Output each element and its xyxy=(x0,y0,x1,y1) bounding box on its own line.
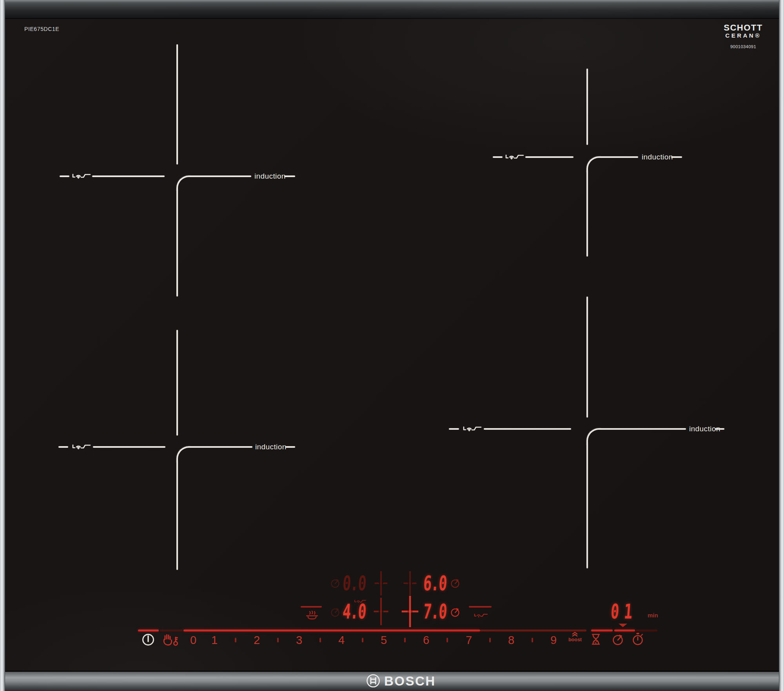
zone-marking-corner xyxy=(586,428,601,445)
zone-marking-line xyxy=(176,189,178,297)
zone-label: induction xyxy=(255,443,287,451)
slider-level-2[interactable]: 2 xyxy=(249,633,265,647)
slider-level-8[interactable]: 8 xyxy=(503,633,519,647)
zone-marking-line xyxy=(586,297,588,418)
zone-marking-line xyxy=(586,69,588,145)
hourglass-icon[interactable] xyxy=(591,633,601,645)
boost-chevrons-icon[interactable] xyxy=(572,631,578,637)
slider-level-6[interactable]: 6 xyxy=(418,633,434,647)
slider-level-5[interactable]: 5 xyxy=(376,633,392,647)
zone-marking-corner xyxy=(586,156,601,173)
slider-level-3[interactable]: 3 xyxy=(291,633,307,647)
zone-level-display: 4.0 xyxy=(342,601,366,622)
slider-level-9[interactable]: 9 xyxy=(546,633,561,647)
zone-marking-line xyxy=(525,156,573,158)
slider-tick[interactable] xyxy=(319,638,321,642)
zone-marking-line xyxy=(92,175,165,177)
slider-tick[interactable] xyxy=(446,638,448,642)
zone-marking-line xyxy=(715,428,724,430)
model-number: PIE675DC1E xyxy=(24,26,59,32)
control-bar-segment xyxy=(138,629,159,631)
bosch-logo-text: BOSCH xyxy=(384,675,436,688)
zone-marking-line xyxy=(284,175,295,177)
zone-level-display: 6.0 xyxy=(423,573,447,593)
zone-level-display: 0.0 xyxy=(342,573,366,593)
zone-select-cross[interactable] xyxy=(397,596,423,627)
pan-line xyxy=(469,606,492,608)
zone-marking-line xyxy=(176,461,178,570)
zone-label: induction xyxy=(642,153,673,161)
zone-level-display: 7.0 xyxy=(423,601,447,622)
zone-marking-line xyxy=(60,175,69,177)
slider-bar-inactive[interactable] xyxy=(480,629,586,631)
zone-marking-line xyxy=(285,446,295,448)
zone-marking-line xyxy=(484,428,571,430)
pan-detection-icon xyxy=(72,172,91,180)
down-triangle-icon xyxy=(619,624,627,627)
timer-clock-icon xyxy=(450,578,460,588)
zone-select-cross[interactable] xyxy=(369,571,393,595)
bosch-emblem-icon xyxy=(366,674,380,688)
timer-clock-icon xyxy=(330,578,340,588)
zone-marking-line xyxy=(188,175,251,177)
zone-marking-line xyxy=(449,428,459,430)
timer-clock-icon xyxy=(330,607,340,617)
zone-select-cross[interactable] xyxy=(369,598,393,625)
pan-detection-icon xyxy=(474,613,488,618)
control-bar-segment xyxy=(160,629,183,631)
left-frame-edge xyxy=(0,0,5,691)
timer-unit-label: min xyxy=(648,612,658,619)
pan-detection-icon xyxy=(462,425,483,432)
zone-label: induction xyxy=(254,172,286,181)
slider-level-7[interactable]: 7 xyxy=(461,633,477,647)
zone-marking-line xyxy=(176,44,178,165)
schott-logo-line1: SCHOTT xyxy=(716,24,771,32)
control-bar-segment xyxy=(614,629,635,631)
zone-marking-corner xyxy=(176,175,191,191)
zone-marking-corner xyxy=(176,446,191,463)
timer-display: 01 xyxy=(610,601,638,622)
slider-tick[interactable] xyxy=(489,638,491,642)
zone-marking-line xyxy=(599,156,638,158)
zone-marking-line xyxy=(58,446,68,448)
timer-clock-icon xyxy=(450,607,460,617)
slider-tick[interactable] xyxy=(235,638,236,642)
zone-marking-line xyxy=(599,428,686,430)
zone-marking-line xyxy=(176,330,178,436)
cooktop-surface: PIE675DC1E SCHOTT CERAN® 9001034091 indu… xyxy=(0,0,784,691)
right-frame-edge xyxy=(779,0,784,691)
zone-select-cross[interactable] xyxy=(398,571,422,595)
slider-tick[interactable] xyxy=(362,638,363,642)
slider-level-0[interactable]: 0 xyxy=(185,633,201,647)
zone-marking-line xyxy=(93,446,165,448)
hand-key-icon[interactable] xyxy=(161,633,179,647)
slider-tick[interactable] xyxy=(277,638,279,642)
slider-level-4[interactable]: 4 xyxy=(334,633,349,647)
slider-level-1[interactable]: 1 xyxy=(207,633,222,647)
pan-detection-icon xyxy=(505,153,524,161)
zone-marking-line xyxy=(586,170,588,257)
schott-ceran-logo: SCHOTT CERAN® 9001034091 xyxy=(716,24,771,49)
keep-warm-icon[interactable] xyxy=(305,610,319,621)
slider-tick[interactable] xyxy=(532,638,533,642)
pan-detection-icon xyxy=(72,443,91,450)
stopwatch-icon[interactable] xyxy=(632,632,644,646)
zone-marking-line xyxy=(586,443,588,568)
top-bezel xyxy=(0,0,784,19)
control-bar-segment xyxy=(591,629,613,631)
plate-code: 9001034091 xyxy=(716,44,771,49)
control-bar-segment xyxy=(636,629,657,631)
schott-logo-line2: CERAN® xyxy=(716,32,771,39)
zone-marking-line xyxy=(671,156,682,158)
slider-bar-active[interactable] xyxy=(183,629,480,631)
slider-tick[interactable] xyxy=(404,638,406,642)
timer-clock-icon[interactable] xyxy=(612,634,624,646)
power-icon[interactable] xyxy=(142,633,155,646)
keep-warm-line xyxy=(301,606,322,608)
boost-label[interactable]: boost xyxy=(566,637,584,642)
zone-marking-line xyxy=(493,156,503,158)
zone-marking-line xyxy=(188,446,252,448)
